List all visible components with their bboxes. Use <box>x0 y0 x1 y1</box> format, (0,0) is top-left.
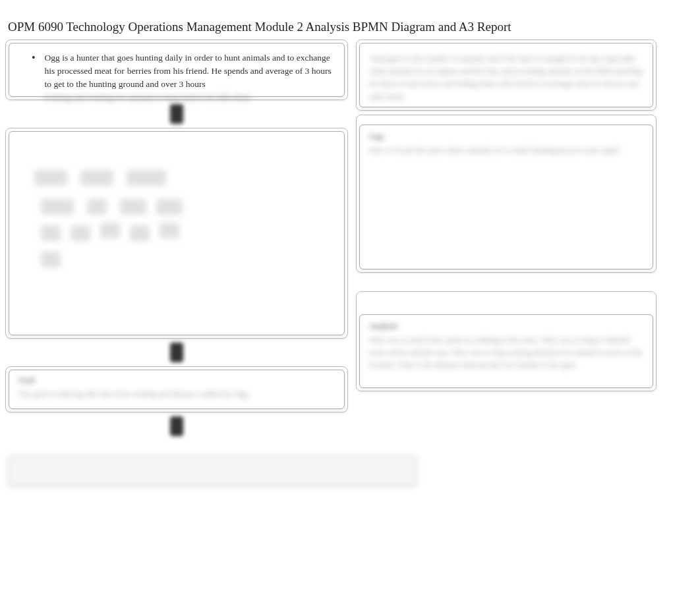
right2-text: How to locate the areas where animals ar… <box>369 144 643 157</box>
right-box-3: Analysis Why was so much time spent on w… <box>359 314 653 388</box>
box1-blurred: looking and waiting for animals to hunt … <box>45 91 335 104</box>
goal-box: Goal The goal is reducing idle time from… <box>9 370 345 409</box>
right1-text: Anticipate on the number of animals and … <box>369 53 643 103</box>
bpmn-diagram <box>28 163 212 289</box>
arrow-down-icon <box>170 104 183 124</box>
diagram-box-outer <box>5 128 348 339</box>
bullet-icon: • <box>32 51 36 65</box>
arrow-down-icon <box>170 343 183 362</box>
right3-text: Why was so much time spent on walking to… <box>369 334 643 372</box>
arrow-down-icon <box>170 416 183 436</box>
analysis-label: Analysis <box>369 321 643 331</box>
right-box-2: Gap How to locate the areas where animal… <box>359 125 653 269</box>
gap-label: Gap <box>369 132 643 142</box>
diagram-box <box>9 131 345 335</box>
bullet-row-1: • Ogg is a hunter that goes hunting dail… <box>18 50 335 105</box>
left-column: • Ogg is a hunter that goes hunting dail… <box>5 40 348 440</box>
content-area: • Ogg is a hunter that goes hunting dail… <box>0 40 700 614</box>
page-title: OPM 6090 Technology Operations Managemen… <box>0 0 700 40</box>
goal-label: Goal <box>18 376 335 385</box>
right-box-1-outer: Anticipate on the number of animals and … <box>356 40 656 111</box>
right-box-2-outer: Gap How to locate the areas where animal… <box>356 115 656 273</box>
background-box: • Ogg is a hunter that goes hunting dail… <box>9 43 345 97</box>
goal-text: The goal is reducing idle time from wait… <box>18 388 335 401</box>
background-box-outer: • Ogg is a hunter that goes hunting dail… <box>5 40 348 100</box>
right-box-1: Anticipate on the number of animals and … <box>359 43 653 107</box>
bottom-bar <box>8 456 417 486</box>
goal-box-outer: Goal The goal is reducing idle time from… <box>5 366 348 412</box>
right-column: Anticipate on the number of animals and … <box>356 40 656 391</box>
right-box-3-outer: Analysis Why was so much time spent on w… <box>356 291 656 391</box>
